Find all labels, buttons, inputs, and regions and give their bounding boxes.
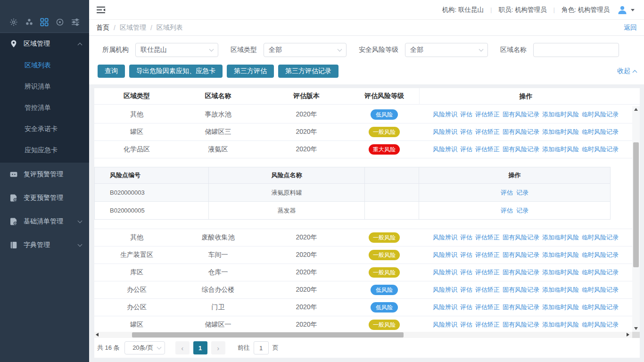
- collapse-toggle[interactable]: 收起: [617, 67, 636, 75]
- scroll-left-arrow-icon[interactable]: [96, 333, 99, 337]
- breadcrumb-home[interactable]: 首页: [96, 24, 109, 32]
- prev-page-button[interactable]: ‹: [175, 341, 190, 354]
- op-link-inherent-risk-record[interactable]: 固有风险记录: [503, 110, 539, 119]
- scroll-down-arrow-icon[interactable]: [632, 325, 640, 332]
- op-link-inherent-risk-record[interactable]: 固有风险记录: [503, 233, 539, 242]
- third-party-eval-record-button[interactable]: 第三方评估记录: [278, 65, 339, 78]
- op-link-inherent-risk-record[interactable]: 固有风险记录: [503, 321, 539, 329]
- op-link-risk-identify[interactable]: 风险辨识: [433, 251, 457, 259]
- op-link-evaluate[interactable]: 评估: [460, 110, 472, 119]
- scroll-right-arrow-icon[interactable]: [627, 333, 629, 337]
- op-link-eval-correct[interactable]: 评估矫正: [475, 268, 500, 277]
- op-link-temp-risk-record[interactable]: 临时风险记录: [582, 286, 619, 294]
- sidebar-item-dictionary[interactable]: 字典管理: [0, 233, 89, 257]
- menu-fold-icon[interactable]: [96, 6, 106, 14]
- op-link-eval-correct[interactable]: 评估矫正: [475, 128, 500, 136]
- op-link-risk-identify[interactable]: 风险辨识: [433, 286, 457, 294]
- current-page-button[interactable]: 1: [193, 341, 207, 354]
- sidebar-item-base-list[interactable]: 基础清单管理: [0, 210, 89, 233]
- vertical-scrollbar[interactable]: [632, 106, 640, 332]
- op-link-record[interactable]: 记录: [516, 206, 528, 215]
- op-link-temp-risk-record[interactable]: 临时风险记录: [582, 145, 619, 154]
- op-link-eval-correct[interactable]: 评估矫正: [475, 303, 500, 312]
- org-select[interactable]: 联仕昆山: [135, 43, 218, 57]
- sidebar-item-region-management[interactable]: 区域管理: [0, 33, 89, 55]
- op-link-evaluate[interactable]: 评估: [460, 128, 472, 136]
- op-link-evaluate[interactable]: 评估: [460, 303, 472, 312]
- op-link-eval-correct[interactable]: 评估矫正: [475, 251, 500, 259]
- op-link-add-temp-risk[interactable]: 添加临时风险: [542, 321, 579, 329]
- op-link-evaluate[interactable]: 评估: [460, 233, 472, 242]
- op-link-evaluate[interactable]: 评估: [501, 206, 513, 215]
- op-link-inherent-risk-record[interactable]: 固有风险记录: [503, 303, 539, 312]
- back-link[interactable]: 返回: [624, 24, 637, 32]
- scroll-up-arrow-icon[interactable]: [632, 106, 640, 113]
- op-link-risk-identify[interactable]: 风险辨识: [433, 233, 457, 242]
- op-link-eval-correct[interactable]: 评估矫正: [475, 321, 500, 329]
- third-party-eval-button[interactable]: 第三方评估: [227, 65, 274, 78]
- op-link-inherent-risk-record[interactable]: 固有风险记录: [503, 268, 539, 277]
- op-link-evaluate[interactable]: 评估: [460, 268, 472, 277]
- region-name-input[interactable]: [533, 43, 619, 57]
- op-link-temp-risk-record[interactable]: 临时风险记录: [582, 110, 619, 119]
- op-link-add-temp-risk[interactable]: 添加临时风险: [542, 286, 579, 294]
- op-link-evaluate[interactable]: 评估: [460, 321, 472, 329]
- sidebar-item-emergency-card[interactable]: 应知应急卡: [0, 140, 89, 161]
- op-link-risk-identify[interactable]: 风险辨识: [433, 145, 457, 154]
- avatar[interactable]: [617, 5, 627, 15]
- op-link-temp-risk-record[interactable]: 临时风险记录: [582, 128, 619, 136]
- op-link-add-temp-risk[interactable]: 添加临时风险: [542, 145, 579, 154]
- op-link-temp-risk-record[interactable]: 临时风险记录: [582, 303, 619, 312]
- op-link-evaluate[interactable]: 评估: [501, 189, 513, 197]
- op-link-eval-correct[interactable]: 评估矫正: [475, 233, 500, 242]
- op-link-add-temp-risk[interactable]: 添加临时风险: [542, 128, 579, 136]
- grid-icon[interactable]: [40, 17, 49, 27]
- sidebar-item-identify-list[interactable]: 辨识清单: [0, 76, 89, 97]
- op-link-inherent-risk-record[interactable]: 固有风险记录: [503, 286, 539, 294]
- fan-icon[interactable]: [25, 17, 34, 27]
- op-link-temp-risk-record[interactable]: 临时风险记录: [582, 321, 619, 329]
- op-link-inherent-risk-record[interactable]: 固有风险记录: [503, 128, 539, 136]
- op-link-add-temp-risk[interactable]: 添加临时风险: [542, 268, 579, 277]
- op-link-temp-risk-record[interactable]: 临时风险记录: [582, 268, 619, 277]
- sidebar-item-region-list[interactable]: 区域列表: [0, 55, 89, 76]
- op-link-add-temp-risk[interactable]: 添加临时风险: [542, 251, 579, 259]
- vertical-scrollbar-thumb[interactable]: [633, 142, 639, 267]
- op-link-risk-identify[interactable]: 风险辨识: [433, 128, 457, 136]
- op-link-eval-correct[interactable]: 评估矫正: [475, 110, 500, 119]
- op-link-temp-risk-record[interactable]: 临时风险记录: [582, 233, 619, 242]
- gear-icon[interactable]: [9, 17, 18, 27]
- sidebar-item-review-warning[interactable]: 复评预警管理: [0, 163, 89, 186]
- sliders-icon[interactable]: [71, 17, 80, 27]
- op-link-temp-risk-record[interactable]: 临时风险记录: [582, 251, 619, 259]
- sidebar-item-safety-card[interactable]: 安全承诺卡: [0, 118, 89, 140]
- region-type-select[interactable]: 全部: [264, 43, 347, 57]
- horizontal-scrollbar[interactable]: [94, 332, 640, 338]
- op-link-inherent-risk-record[interactable]: 固有风险记录: [503, 145, 539, 154]
- goto-page-input[interactable]: [254, 341, 269, 354]
- op-link-add-temp-risk[interactable]: 添加临时风险: [542, 110, 579, 119]
- op-link-evaluate[interactable]: 评估: [460, 286, 472, 294]
- op-link-risk-identify[interactable]: 风险辨识: [433, 321, 457, 329]
- export-button[interactable]: 导出危险因素应知、应急卡: [129, 65, 223, 78]
- op-link-add-temp-risk[interactable]: 添加临时风险: [542, 233, 579, 242]
- sidebar-item-change-warning[interactable]: 变更预警管理: [0, 186, 89, 210]
- op-link-evaluate[interactable]: 评估: [460, 145, 472, 154]
- op-link-eval-correct[interactable]: 评估矫正: [475, 286, 500, 294]
- op-link-inherent-risk-record[interactable]: 固有风险记录: [503, 251, 539, 259]
- op-link-record[interactable]: 记录: [516, 189, 528, 197]
- sidebar-item-control-list[interactable]: 管控清单: [0, 97, 89, 118]
- op-link-eval-correct[interactable]: 评估矫正: [475, 145, 500, 154]
- op-link-risk-identify[interactable]: 风险辨识: [433, 303, 457, 312]
- op-link-risk-identify[interactable]: 风险辨识: [433, 268, 457, 277]
- op-link-risk-identify[interactable]: 风险辨识: [433, 110, 457, 119]
- next-page-button[interactable]: ›: [211, 341, 225, 354]
- op-link-add-temp-risk[interactable]: 添加临时风险: [542, 303, 579, 312]
- op-link-evaluate[interactable]: 评估: [460, 251, 472, 259]
- horizontal-scrollbar-thumb[interactable]: [132, 332, 404, 337]
- page-size-select[interactable]: 20条/页: [124, 341, 165, 354]
- risk-level-select[interactable]: 全部: [405, 43, 488, 57]
- chevron-down-icon[interactable]: [631, 9, 635, 11]
- target-icon[interactable]: [55, 17, 65, 27]
- query-button[interactable]: 查询: [98, 65, 125, 78]
